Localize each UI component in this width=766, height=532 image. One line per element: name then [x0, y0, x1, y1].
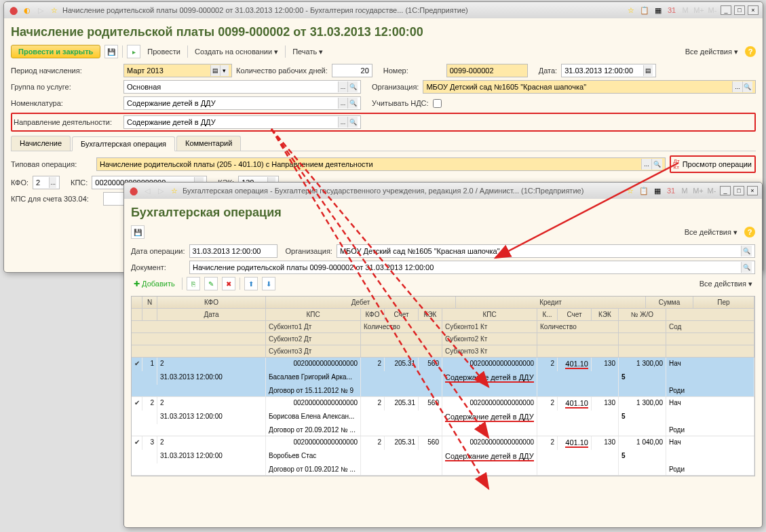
back-icon[interactable]: ◐ — [22, 5, 33, 16]
mminus-icon[interactable]: M- — [706, 185, 717, 196]
delete-icon[interactable]: ✖ — [222, 277, 235, 290]
col-kps-k[interactable]: КПС — [442, 309, 537, 321]
forward-icon[interactable]: ▷ — [155, 185, 166, 196]
col-acct-k[interactable]: Счет — [558, 309, 592, 321]
minimize-button[interactable]: _ — [720, 186, 731, 195]
star-icon[interactable]: ☆ — [626, 5, 636, 16]
grid-icon[interactable]: ▦ — [653, 5, 664, 16]
mplus-icon[interactable]: M+ — [693, 5, 704, 16]
period-input[interactable]: ▤ ▾ — [123, 64, 232, 77]
col-sub3k[interactable]: Субконто3 Кт — [442, 345, 537, 358]
lookup-icon[interactable]: 🔍 — [347, 81, 358, 92]
tab-accounting-op[interactable]: Бухгалтерская операция — [72, 136, 175, 151]
col-credit[interactable]: Кредит — [456, 297, 646, 309]
col-debit[interactable]: Дебет — [266, 297, 456, 309]
calendar-icon[interactable]: ▤ — [643, 65, 653, 76]
calc-icon[interactable]: 📋 — [639, 5, 650, 16]
lookup-icon[interactable]: 🔍 — [742, 81, 752, 92]
forward-icon[interactable]: ▷ — [35, 5, 46, 16]
all-actions-grid[interactable]: Все действия ▾ — [697, 278, 755, 290]
copy-icon[interactable]: ⎘ — [187, 277, 200, 290]
table-row[interactable]: ✔ 3 2 00200000000000000 2 205.31 560 002… — [132, 436, 754, 476]
col-sum[interactable]: Сумма — [646, 297, 693, 309]
create-based-button[interactable]: Создать на основании ▾ — [192, 46, 281, 58]
favorite-icon[interactable]: ☆ — [49, 5, 60, 16]
direction-input[interactable]: ... 🔍 — [123, 115, 361, 129]
minimize-button[interactable]: _ — [721, 5, 731, 15]
star-icon[interactable]: ☆ — [625, 185, 636, 196]
col-sub3d[interactable]: Субконто3 Дт — [266, 345, 361, 358]
col-sub1d[interactable]: Субконто1 Дт — [266, 321, 361, 333]
col-kps-d[interactable]: КПС — [266, 309, 361, 321]
save-icon[interactable]: 💾 — [104, 45, 118, 58]
view-op-button[interactable]: ДтКт Просмотр операции — [670, 155, 756, 173]
type-op-input[interactable]: ... 🔍 — [96, 157, 666, 171]
mplus-icon[interactable]: M+ — [693, 185, 704, 196]
col-kfo-d[interactable]: КФО — [361, 309, 385, 321]
accounting-grid[interactable]: N КФО Дебет Кредит Сумма Пер Дата КПС КФ… — [131, 296, 755, 476]
titlebar-1[interactable]: ⬤ ◐ ▷ ☆ Начисление родительской платы 00… — [4, 2, 763, 18]
maximize-button[interactable]: □ — [733, 186, 744, 195]
all-actions-button[interactable]: Все действия ▾ — [682, 227, 740, 238]
table-row[interactable]: ✔ 1 2 00200000000000000 2 205.31 560 002… — [132, 358, 754, 397]
m-icon[interactable]: M — [679, 185, 690, 196]
doc-input[interactable]: 🔍 — [189, 261, 755, 274]
help-icon[interactable]: ? — [744, 227, 755, 238]
col-kek-k[interactable]: КЭК — [592, 309, 619, 321]
add-button[interactable]: ✚ Добавить — [131, 278, 178, 290]
col-sub1k[interactable]: Субконто1 Кт — [442, 321, 537, 333]
grid-icon[interactable]: ▦ — [652, 185, 663, 196]
move-down-icon[interactable]: ⬇ — [262, 277, 275, 290]
post-icon[interactable]: ▸ — [127, 45, 140, 58]
all-actions-button[interactable]: Все действия ▾ — [683, 46, 741, 58]
select-icon[interactable]: ... — [641, 159, 651, 170]
calendar-icon[interactable]: 31 — [666, 185, 676, 196]
post-close-button[interactable]: Провести и закрыть — [11, 45, 100, 58]
tab-accrual[interactable]: Начисление — [11, 136, 71, 151]
col-qty-d[interactable]: Количество — [361, 321, 442, 333]
post-button[interactable]: Провести — [145, 46, 183, 57]
help-icon[interactable]: ? — [745, 46, 756, 57]
kfo-input[interactable]: ... — [33, 176, 60, 189]
lookup-icon[interactable]: 🔍 — [741, 262, 752, 273]
col-sub2k[interactable]: Субконто2 Кт — [442, 333, 537, 345]
lookup-icon[interactable]: 🔍 — [347, 117, 358, 128]
save-icon[interactable]: 💾 — [131, 225, 145, 239]
lookup-icon[interactable]: 🔍 — [651, 159, 662, 170]
select-icon[interactable]: ... — [732, 81, 742, 92]
col-k[interactable]: К... — [537, 309, 558, 321]
m-icon[interactable]: M — [680, 5, 691, 16]
mminus-icon[interactable]: M- — [707, 5, 718, 16]
col-date[interactable]: Дата — [157, 309, 266, 321]
group-input[interactable]: ... 🔍 — [123, 80, 361, 94]
select-icon[interactable]: ... — [338, 98, 348, 109]
workdays-input[interactable] — [332, 64, 372, 77]
close-button[interactable]: × — [748, 5, 759, 15]
close-button[interactable]: × — [747, 186, 758, 195]
tab-comment[interactable]: Комментарий — [176, 136, 241, 151]
col-jo[interactable]: № Ж/О — [619, 309, 666, 321]
col-sod[interactable]: Сод — [666, 321, 754, 333]
dropdown-icon[interactable]: ▾ — [220, 65, 229, 76]
calendar-icon[interactable]: 31 — [666, 5, 677, 16]
maximize-button[interactable]: □ — [734, 5, 745, 15]
col-kek-d[interactable]: КЭК — [419, 309, 442, 321]
nomen-input[interactable]: ... 🔍 — [123, 96, 361, 110]
select-icon[interactable]: ... — [338, 117, 348, 128]
opdate-input[interactable] — [189, 244, 277, 258]
back-icon[interactable]: ◁ — [142, 185, 153, 196]
table-row[interactable]: ✔ 2 2 00200000000000000 2 205.31 560 002… — [132, 397, 754, 436]
move-up-icon[interactable]: ⬆ — [244, 277, 258, 290]
col-kfo[interactable]: КФО — [157, 297, 266, 309]
col-qty-k[interactable]: Количество — [537, 321, 619, 333]
org-input-2[interactable]: 🔍 — [337, 244, 755, 258]
select-icon[interactable]: ... — [338, 81, 348, 92]
print-button[interactable]: Печать ▾ — [290, 46, 326, 58]
lookup-icon[interactable]: 🔍 — [741, 246, 752, 256]
calc-icon[interactable]: 📋 — [638, 185, 649, 196]
col-check[interactable] — [132, 297, 142, 309]
edit-icon[interactable]: ✎ — [204, 277, 218, 290]
lookup-icon[interactable]: 🔍 — [347, 98, 358, 109]
favorite-icon[interactable]: ☆ — [169, 185, 180, 196]
date-input[interactable]: ▤ — [561, 64, 656, 77]
